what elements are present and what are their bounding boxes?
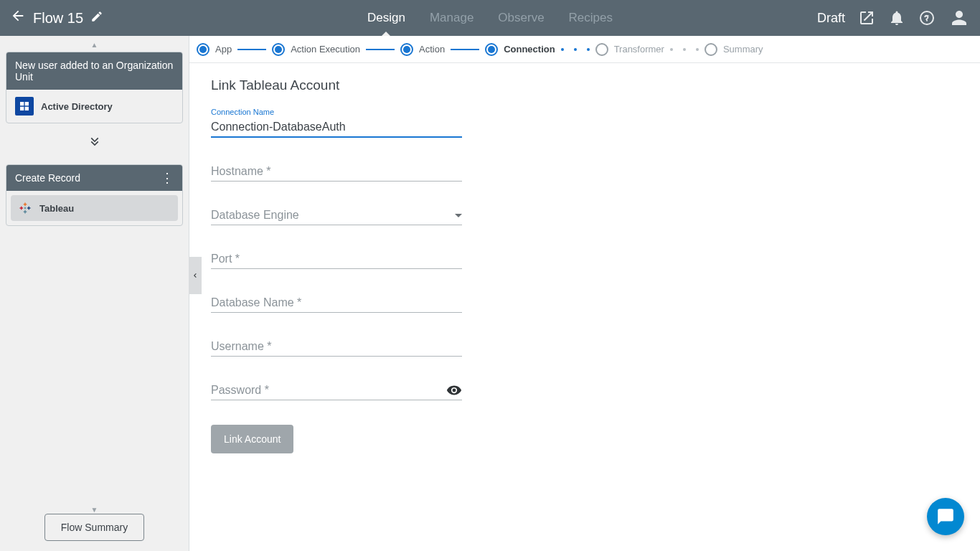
app-body: ▲ New user added to an Organization Unit…: [0, 36, 980, 551]
chat-fab[interactable]: [927, 498, 964, 535]
db-name-field: Database Name *: [211, 293, 462, 313]
action-app-row[interactable]: Tableau: [11, 195, 178, 221]
svg-rect-7: [29, 207, 30, 210]
step-sep-dots: [561, 47, 590, 52]
connection-name-label: Connection Name: [211, 108, 274, 116]
step-action[interactable]: Action: [400, 43, 445, 56]
svg-rect-1: [24, 204, 27, 205]
tab-observe[interactable]: Observe: [498, 0, 544, 36]
password-field: Password *: [211, 381, 462, 400]
flow-connector-icon[interactable]: [6, 133, 183, 151]
header-right: Draft: [817, 7, 970, 29]
chat-icon: [936, 507, 955, 526]
trigger-card-header: New user added to an Organization Unit: [6, 52, 182, 90]
db-engine-select[interactable]: Database Engine: [211, 206, 462, 225]
action-menu-icon[interactable]: ⋮: [161, 173, 174, 183]
app-header: Flow 15 Design Manage Observe Recipes Dr…: [0, 0, 980, 36]
status-label: Draft: [817, 11, 845, 26]
action-app-label: Tableau: [39, 203, 74, 214]
trigger-app-row[interactable]: Active Directory: [6, 90, 182, 123]
step-radio-icon: [485, 43, 498, 56]
username-field: Username *: [211, 337, 462, 357]
step-radio-icon: [705, 43, 717, 56]
step-sep: [366, 49, 395, 50]
hostname-input[interactable]: Hostname *: [211, 162, 462, 182]
port-label: Port *: [211, 253, 240, 265]
active-directory-icon: [15, 97, 34, 116]
svg-rect-9: [24, 207, 27, 209]
step-sep: [237, 49, 266, 50]
form-title: Link Tableau Account: [211, 77, 958, 93]
main-panel: App Action Execution Action Connection T…: [189, 36, 980, 551]
step-sep: [451, 49, 479, 50]
sidebar-scroll-down-icon[interactable]: ▼: [6, 507, 183, 514]
db-engine-label: Database Engine: [211, 209, 299, 222]
step-summary[interactable]: Summary: [705, 43, 763, 56]
port-input[interactable]: Port *: [211, 250, 462, 269]
connection-name-input[interactable]: [211, 118, 462, 138]
step-connection[interactable]: Connection: [485, 43, 555, 56]
password-label: Password *: [211, 384, 269, 397]
sidebar-collapse-handle[interactable]: [189, 257, 202, 294]
avatar-icon[interactable]: [948, 7, 970, 29]
step-radio-icon: [272, 43, 285, 56]
db-name-label: Database Name *: [211, 296, 301, 309]
tab-recipes[interactable]: Recipes: [569, 0, 613, 36]
flow-summary-wrap: Flow Summary: [44, 514, 144, 541]
step-transformer[interactable]: Transformer: [595, 43, 664, 56]
connection-name-field: Connection Name: [211, 118, 462, 138]
edit-icon[interactable]: [90, 10, 103, 26]
step-radio-icon: [400, 43, 413, 56]
chevron-down-icon: [455, 214, 462, 217]
action-card-header: Create Record ⋮: [6, 165, 182, 191]
trigger-card[interactable]: New user added to an Organization Unit A…: [6, 52, 183, 123]
trigger-app-label: Active Directory: [41, 101, 113, 112]
header-left: Flow 15: [10, 8, 197, 28]
username-label: Username *: [211, 340, 271, 353]
step-radio-icon: [197, 43, 209, 56]
db-name-input[interactable]: Database Name *: [211, 293, 462, 313]
action-title: Create Record: [15, 172, 80, 184]
link-account-button[interactable]: Link Account: [211, 425, 293, 453]
trigger-title: New user added to an Organization Unit: [15, 60, 174, 83]
svg-rect-5: [21, 207, 22, 210]
step-app[interactable]: App: [197, 43, 232, 56]
port-field: Port *: [211, 250, 462, 269]
back-arrow-icon[interactable]: [10, 8, 26, 28]
connection-form: Link Tableau Account Connection Name Hos…: [189, 63, 980, 551]
svg-rect-3: [24, 212, 27, 213]
step-radio-icon: [595, 43, 608, 56]
header-tabs: Design Manage Observe Recipes: [367, 0, 613, 36]
action-card[interactable]: Create Record ⋮ Tableau: [6, 164, 183, 226]
tableau-icon: [18, 201, 32, 215]
help-icon[interactable]: [918, 9, 936, 27]
chevron-left-icon: [191, 271, 199, 280]
sidebar-scroll-up-icon[interactable]: ▲: [6, 42, 183, 49]
hostname-label: Hostname *: [211, 165, 271, 178]
flow-summary-button[interactable]: Flow Summary: [44, 514, 144, 541]
db-engine-field: Database Engine: [211, 206, 462, 225]
tab-design[interactable]: Design: [367, 0, 405, 36]
hostname-field: Hostname *: [211, 162, 462, 182]
eye-icon[interactable]: [446, 382, 462, 398]
open-external-icon[interactable]: [858, 9, 875, 27]
bell-icon[interactable]: [888, 9, 905, 27]
stepper: App Action Execution Action Connection T…: [189, 36, 980, 63]
tab-manage[interactable]: Manage: [430, 0, 473, 36]
username-input[interactable]: Username *: [211, 337, 462, 357]
flow-title: Flow 15: [33, 10, 83, 27]
step-sep-dots: [670, 47, 699, 52]
password-input[interactable]: Password *: [211, 381, 462, 400]
sidebar: ▲ New user added to an Organization Unit…: [0, 36, 189, 551]
step-action-execution[interactable]: Action Execution: [272, 43, 360, 56]
